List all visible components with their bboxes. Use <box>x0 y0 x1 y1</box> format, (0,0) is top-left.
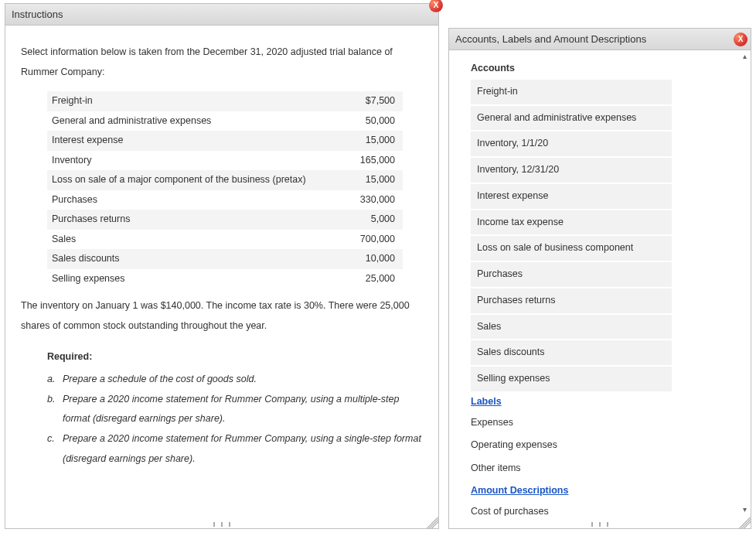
table-row: Selling expenses25,000 <box>47 269 403 289</box>
table-row: Interest expense15,000 <box>47 131 403 151</box>
table-row: Freight-in$7,500 <box>47 91 403 111</box>
account-option[interactable]: Income tax expense <box>471 210 672 235</box>
accounts-header: Accounts, Labels and Amount Descriptions… <box>449 29 751 50</box>
requirement-text: Prepare a 2020 income statement for Rumm… <box>63 429 423 469</box>
tb-label: Loss on sale of a major component of the… <box>47 170 333 190</box>
section-heading-accounts: Accounts <box>471 60 737 78</box>
account-option[interactable]: Sales <box>471 315 672 340</box>
tb-value: $7,500 <box>333 91 403 111</box>
table-row: Loss on sale of a major component of the… <box>47 170 403 190</box>
required-heading: Required: <box>47 347 423 367</box>
table-row: General and administrative expenses50,00… <box>47 111 403 131</box>
instructions-header: Instructions <box>5 4 438 26</box>
table-row: Sales discounts10,000 <box>47 249 403 269</box>
requirement-text: Prepare a 2020 income statement for Rumm… <box>63 390 423 429</box>
label-option[interactable]: Operating expenses <box>471 434 737 457</box>
requirement-text: Prepare a schedule of the cost of goods … <box>63 370 423 390</box>
tb-label: Purchases <box>47 190 333 210</box>
drag-handle-icon[interactable] <box>213 522 230 527</box>
account-option[interactable]: Loss on sale of business component <box>471 236 672 261</box>
accounts-body[interactable]: Accounts Freight-in General and administ… <box>449 50 751 516</box>
requirement-item: b.Prepare a 2020 income statement for Ru… <box>47 390 423 429</box>
account-option[interactable]: Purchases returns <box>471 288 672 313</box>
tb-value: 50,000 <box>333 111 403 131</box>
table-row: Inventory165,000 <box>47 151 403 171</box>
instructions-body: Select information below is taken from t… <box>5 26 438 516</box>
tb-value: 15,000 <box>333 170 403 190</box>
requirement-label: a. <box>47 370 63 390</box>
tb-label: Sales discounts <box>47 249 333 269</box>
instructions-title: Instructions <box>12 9 63 20</box>
requirement-label: c. <box>47 429 63 469</box>
tb-label: General and administrative expenses <box>47 111 333 131</box>
trial-balance-table: Freight-in$7,500 General and administrat… <box>47 91 403 288</box>
account-option[interactable]: Sales discounts <box>471 340 672 365</box>
table-row: Purchases330,000 <box>47 190 403 210</box>
resize-handle-icon[interactable] <box>738 517 751 528</box>
requirement-item: a.Prepare a schedule of the cost of good… <box>47 370 423 390</box>
tb-label: Selling expenses <box>47 269 333 289</box>
tb-value: 5,000 <box>333 210 403 230</box>
account-option[interactable]: Inventory, 1/1/20 <box>471 131 672 156</box>
requirements-list: a.Prepare a schedule of the cost of good… <box>47 370 423 469</box>
tb-label: Purchases returns <box>47 210 333 230</box>
close-icon[interactable]: X <box>734 32 747 46</box>
tb-label: Interest expense <box>47 131 333 151</box>
tb-value: 10,000 <box>333 249 403 269</box>
intro-text: Select information below is taken from t… <box>21 43 423 82</box>
account-option[interactable]: General and administrative expenses <box>471 106 672 131</box>
note-text: The inventory on January 1 was $140,000.… <box>21 296 423 336</box>
tb-label: Inventory <box>47 151 333 171</box>
table-row: Purchases returns5,000 <box>47 210 403 230</box>
tb-value: 25,000 <box>333 269 403 289</box>
tb-value: 700,000 <box>333 230 403 250</box>
account-option[interactable]: Interest expense <box>471 184 672 209</box>
close-icon[interactable]: X <box>429 0 443 12</box>
section-heading-labels[interactable]: Labels <box>471 393 737 411</box>
amount-option[interactable]: Cost of purchases <box>471 500 737 517</box>
account-option[interactable]: Inventory, 12/31/20 <box>471 158 672 183</box>
accounts-panel: Accounts, Labels and Amount Descriptions… <box>448 28 751 529</box>
section-heading-amounts[interactable]: Amount Descriptions <box>471 482 737 500</box>
account-option[interactable]: Freight-in <box>471 80 672 104</box>
requirement-label: b. <box>47 390 63 429</box>
tb-label: Freight-in <box>47 91 333 111</box>
table-row: Sales700,000 <box>47 230 403 250</box>
requirement-item: c.Prepare a 2020 income statement for Ru… <box>47 429 423 469</box>
tb-value: 15,000 <box>333 131 403 151</box>
tb-value: 165,000 <box>333 151 403 171</box>
label-option[interactable]: Expenses <box>471 411 737 435</box>
account-option[interactable]: Selling expenses <box>471 367 672 391</box>
tb-label: Sales <box>47 230 333 250</box>
drag-handle-icon[interactable] <box>591 522 608 527</box>
resize-handle-icon[interactable] <box>426 517 438 528</box>
label-option[interactable]: Other items <box>471 457 737 480</box>
tb-value: 330,000 <box>333 190 403 210</box>
accounts-title: Accounts, Labels and Amount Descriptions <box>455 33 646 45</box>
instructions-panel: Instructions X Select information below … <box>5 3 439 529</box>
account-option[interactable]: Purchases <box>471 262 672 287</box>
